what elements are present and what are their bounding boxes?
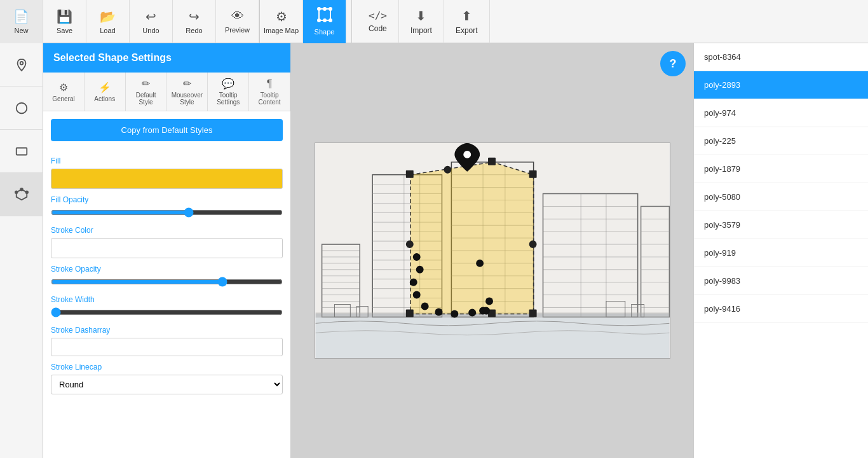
action-buttons-group: </> Code ⬇ Import ⬆ Export [357, 0, 490, 43]
right-panel: spot-8364 poly-2893 poly-974 poly-225 po… [693, 43, 868, 458]
stroke-dasharray-input[interactable]: 10 10 [51, 338, 283, 356]
edge-dot-1[interactable] [412, 253, 420, 261]
handle-mr[interactable] [529, 240, 536, 248]
svg-point-2 [329, 8, 332, 10]
edge-dot-3[interactable] [409, 279, 417, 286]
edge-dot-10[interactable] [485, 298, 493, 305]
selected-polygon[interactable] [410, 162, 533, 314]
svg-point-6 [323, 19, 326, 22]
handle-tm[interactable] [488, 158, 496, 165]
canvas-image[interactable] [315, 142, 670, 359]
general-icon: ⚙ [59, 81, 68, 94]
tab-actions[interactable]: ⚡ Actions [85, 73, 126, 111]
handle-ml[interactable] [405, 240, 413, 248]
tab-tooltip-content[interactable]: ¶ Tooltip Content [249, 73, 290, 111]
svg-point-12 [15, 191, 17, 193]
fill-opacity-label: Fill Opacity [51, 195, 283, 204]
canvas-area: ? [291, 43, 693, 458]
handle-curve1[interactable] [444, 166, 451, 174]
undo-button[interactable]: ↩ Undo [130, 0, 173, 43]
list-item[interactable]: poly-2893 [694, 71, 868, 99]
canvas-svg [315, 143, 670, 358]
fill-opacity-slider-container [51, 207, 283, 219]
list-item[interactable]: poly-919 [694, 239, 868, 267]
help-button[interactable]: ? [660, 51, 686, 76]
new-icon: 📄 [13, 9, 29, 24]
redo-button[interactable]: ↪ Redo [173, 0, 216, 43]
stroke-width-slider[interactable] [51, 307, 283, 317]
list-item[interactable]: poly-1879 [694, 155, 868, 183]
shape-tab[interactable]: Shape [303, 0, 346, 43]
mouseover-style-icon: ✏ [183, 78, 191, 90]
load-icon: 📂 [100, 9, 116, 24]
default-style-icon: ✏ [142, 78, 150, 90]
stroke-opacity-label: Stroke Opacity [51, 265, 283, 274]
pin-inner [463, 151, 471, 158]
svg-point-3 [318, 19, 320, 22]
pin-tool[interactable] [0, 43, 43, 87]
list-item[interactable]: poly-3579 [694, 211, 868, 239]
list-item[interactable]: poly-9983 [694, 267, 868, 295]
polygon-tool[interactable] [0, 173, 43, 216]
list-item[interactable]: poly-9416 [694, 295, 868, 323]
list-item[interactable]: poly-5080 [694, 183, 868, 211]
edge-dot-11[interactable] [482, 307, 490, 314]
tab-mouseover-style[interactable]: ✏ Mouseover Style [166, 73, 208, 111]
svg-point-8 [16, 102, 27, 113]
circle-tool[interactable] [0, 87, 43, 130]
import-button[interactable]: ⬇ Import [399, 0, 444, 43]
stroke-linecap-label: Stroke Linecap [51, 363, 283, 371]
copy-from-default-button[interactable]: Copy from Default Styles [51, 119, 283, 141]
image-map-tab[interactable]: ⚙ Image Map [260, 0, 303, 43]
list-item[interactable]: poly-225 [694, 127, 868, 155]
stroke-dasharray-label: Stroke Dasharray [51, 326, 283, 335]
edge-dot-4[interactable] [412, 291, 420, 299]
save-button[interactable]: 💾 Save [43, 0, 86, 43]
edge-dot-2[interactable] [416, 266, 423, 274]
handle-tr[interactable] [529, 170, 536, 178]
fill-color-picker[interactable] [51, 169, 283, 189]
fill-label: Fill [51, 156, 283, 165]
list-item[interactable]: spot-8364 [694, 43, 868, 71]
image-map-icon: ⚙ [276, 9, 287, 24]
tooltip-settings-icon: 💬 [222, 78, 234, 90]
tab-default-style[interactable]: ✏ Default Style [126, 73, 167, 111]
main-area: Selected Shape Settings ⚙ General ⚡ Acti… [0, 43, 868, 458]
rectangle-tool[interactable] [0, 130, 43, 173]
export-icon: ⬆ [461, 8, 472, 24]
load-button[interactable]: 📂 Load [86, 0, 130, 43]
svg-point-4 [329, 19, 332, 22]
settings-body: Copy from Default Styles Fill Fill Opaci… [43, 111, 290, 458]
code-button[interactable]: </> Code [357, 0, 399, 43]
preview-icon: 👁 [231, 9, 244, 24]
stroke-linecap-select[interactable]: Butt Round Square [51, 375, 283, 394]
stroke-color-picker[interactable] [51, 238, 283, 258]
handle-tl[interactable] [405, 170, 413, 178]
handle-br[interactable] [529, 309, 536, 317]
settings-header: Selected Shape Settings [43, 43, 290, 73]
new-button[interactable]: 📄 New [0, 0, 43, 43]
edge-dot-5[interactable] [421, 303, 428, 310]
fill-opacity-slider[interactable] [51, 207, 283, 218]
svg-rect-14 [315, 314, 669, 358]
preview-button[interactable]: 👁 Preview [216, 0, 259, 43]
tab-general[interactable]: ⚙ General [43, 73, 85, 111]
tooltip-content-icon: ¶ [267, 78, 273, 90]
handle-bl[interactable] [405, 309, 413, 317]
edge-dot-12[interactable] [476, 260, 484, 267]
stroke-color-label: Stroke Color [51, 226, 283, 235]
edge-dot-6[interactable] [435, 308, 442, 316]
undo-icon: ↩ [146, 9, 156, 24]
stroke-width-slider-container [51, 307, 283, 319]
export-button[interactable]: ⬆ Export [444, 0, 490, 43]
list-item[interactable]: poly-974 [694, 99, 868, 127]
tab-tooltip-settings[interactable]: 💬 Tooltip Settings [208, 73, 249, 111]
code-icon: </> [369, 10, 387, 22]
edge-dot-8[interactable] [468, 309, 476, 316]
left-panel [0, 43, 43, 458]
stroke-width-label: Stroke Width [51, 295, 283, 304]
redo-icon: ↪ [189, 9, 200, 24]
stroke-opacity-slider[interactable] [51, 277, 283, 287]
shape-icon [317, 7, 332, 25]
edge-dot-7[interactable] [451, 310, 458, 317]
